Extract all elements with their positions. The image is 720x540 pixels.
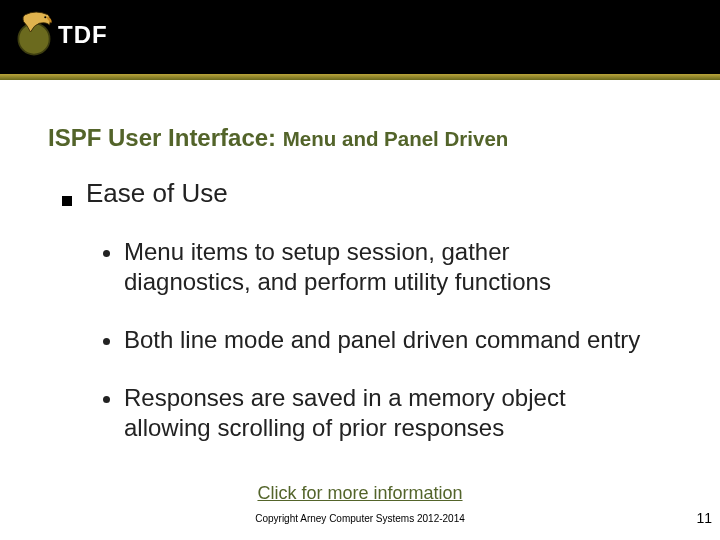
logo-text: TDF bbox=[58, 21, 108, 49]
logo-shadow bbox=[14, 66, 104, 74]
title-main: ISPF User Interface: bbox=[48, 124, 276, 151]
more-info-link[interactable]: Click for more information bbox=[0, 483, 720, 504]
section-heading-row: Ease of Use bbox=[62, 178, 672, 209]
title-sub: Menu and Panel Driven bbox=[283, 127, 509, 150]
section-heading: Ease of Use bbox=[86, 178, 228, 209]
list-item: Responses are saved in a memory object a… bbox=[124, 383, 642, 443]
slide: TDF ISPF User Interface: Menu and Panel … bbox=[0, 0, 720, 540]
eagle-icon bbox=[8, 6, 60, 58]
svg-point-1 bbox=[44, 16, 46, 18]
list-item: Menu items to setup session, gather diag… bbox=[124, 237, 642, 297]
accent-bar bbox=[0, 74, 720, 80]
bullet-list: Menu items to setup session, gather diag… bbox=[124, 237, 672, 443]
slide-body: ISPF User Interface: Menu and Panel Driv… bbox=[0, 80, 720, 443]
header-bar: TDF bbox=[0, 0, 720, 80]
page-number: 11 bbox=[696, 510, 712, 526]
logo: TDF bbox=[8, 6, 108, 58]
svg-point-0 bbox=[18, 23, 49, 54]
square-bullet-icon bbox=[62, 196, 72, 206]
list-item: Both line mode and panel driven command … bbox=[124, 325, 642, 355]
page-title: ISPF User Interface: Menu and Panel Driv… bbox=[48, 124, 672, 152]
copyright-text: Copyright Arney Computer Systems 2012-20… bbox=[0, 513, 720, 524]
